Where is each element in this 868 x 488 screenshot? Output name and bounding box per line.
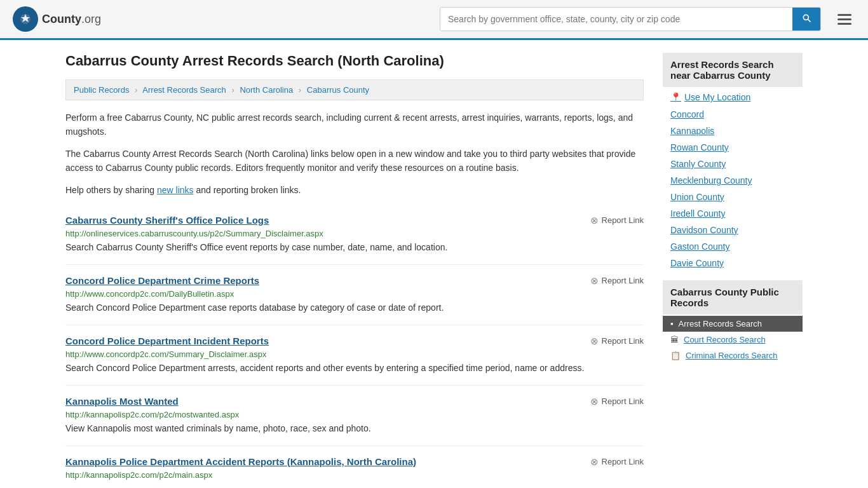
record-url-0: http://onlineservices.cabarruscounty.us/… xyxy=(65,229,644,238)
report-link-label-1: Report Link xyxy=(602,276,644,285)
report-icon-1: ⊗ xyxy=(590,275,599,287)
report-link-button-1[interactable]: ⊗ Report Link xyxy=(590,275,644,287)
main-container: Cabarrus County Arrest Records Search (N… xyxy=(53,40,815,488)
record-card-header-2: Concord Police Department Incident Repor… xyxy=(65,336,644,347)
sidebar-nearby-link-8[interactable]: Gaston County xyxy=(670,241,729,252)
records-list: Cabarrus County Sheriff's Office Police … xyxy=(65,205,644,488)
record-card-header-3: Kannapolis Most Wanted ⊗ Report Link xyxy=(65,396,644,407)
sidebar-nearby-item: Concord xyxy=(663,106,803,123)
sidebar-nearby-item: Kannapolis xyxy=(663,123,803,139)
record-card: Concord Police Department Crime Reports … xyxy=(65,265,644,325)
report-icon-0: ⊗ xyxy=(590,215,599,226)
sidebar-nearby-item: Davidson County xyxy=(663,222,803,238)
report-link-button-2[interactable]: ⊗ Report Link xyxy=(590,336,644,347)
sidebar-nearby-item: Mecklenburg County xyxy=(663,172,803,189)
record-desc-2: Search Concord Police Department arrests… xyxy=(65,362,644,375)
record-url-2: http://www.concordp2c.com/Summary_Discla… xyxy=(65,349,644,359)
breadcrumb: Public Records › Arrest Records Search ›… xyxy=(65,79,644,100)
intro-text-2: The Cabarrus County Arrest Records Searc… xyxy=(65,147,644,175)
sidebar-nearby-item: Iredell County xyxy=(663,205,803,222)
report-icon-2: ⊗ xyxy=(590,336,599,347)
record-card-header-1: Concord Police Department Crime Reports … xyxy=(65,275,644,287)
record-title-4[interactable]: Kannapolis Police Department Accident Re… xyxy=(65,456,416,467)
report-link-label-0: Report Link xyxy=(602,215,644,225)
report-link-label-4: Report Link xyxy=(602,457,644,466)
sidebar-record-link-item: 📋Criminal Records Search xyxy=(663,348,803,363)
new-links-link[interactable]: new links xyxy=(157,185,194,195)
logo-suffix: .org xyxy=(81,13,101,25)
sidebar-nearby-link-7[interactable]: Davidson County xyxy=(670,225,738,235)
sidebar-nearby-link-1[interactable]: Kannapolis xyxy=(670,126,714,136)
record-title-0[interactable]: Cabarrus County Sheriff's Office Police … xyxy=(65,215,269,226)
report-icon-3: ⊗ xyxy=(590,396,599,407)
pin-icon: 📍 xyxy=(670,92,681,102)
record-desc-0: Search Cabarrus County Sheriff's Office … xyxy=(65,241,644,254)
nearby-links-list: ConcordKannapolisRowan CountyStanly Coun… xyxy=(663,106,803,271)
search-input[interactable] xyxy=(440,8,792,30)
sidebar-nearby-link-2[interactable]: Rowan County xyxy=(670,142,729,152)
sidebar-nearby-link-4[interactable]: Mecklenburg County xyxy=(670,175,752,186)
record-card: Kannapolis Police Department Accident Re… xyxy=(65,446,644,488)
sidebar-nearby-item: Union County xyxy=(663,189,803,205)
sidebar-public-records-title: Cabarrus County Public Records xyxy=(663,280,803,315)
public-record-links-list: ▪Arrest Records Search🏛Court Records Sea… xyxy=(663,316,803,363)
report-link-button-0[interactable]: ⊗ Report Link xyxy=(590,215,644,226)
sidebar-record-link-0[interactable]: Arrest Records Search xyxy=(679,319,763,329)
breadcrumb-sep3: › xyxy=(299,85,301,95)
sidebar-nearby-link-6[interactable]: Iredell County xyxy=(670,208,725,219)
report-link-label-2: Report Link xyxy=(602,336,644,346)
sidebar-nearby-item: Gaston County xyxy=(663,238,803,255)
sidebar-nearby-link-0[interactable]: Concord xyxy=(670,109,704,119)
intro-text-3: Help others by sharing new links and rep… xyxy=(65,183,644,197)
use-location-button[interactable]: 📍 Use My Location xyxy=(663,88,803,106)
use-location-label: Use My Location xyxy=(684,92,750,102)
sidebar-record-link-item: ▪Arrest Records Search xyxy=(663,316,803,332)
report-link-button-3[interactable]: ⊗ Report Link xyxy=(590,396,644,407)
record-desc-3: View Kannapolis most wanted criminals by… xyxy=(65,422,644,435)
record-url-4: http://kannapolisp2c.com/p2c/main.aspx xyxy=(65,470,644,480)
record-link-icon-1: 🏛 xyxy=(670,335,679,344)
breadcrumb-cabarrus-county[interactable]: Cabarrus County xyxy=(307,85,369,95)
record-card: Kannapolis Most Wanted ⊗ Report Link htt… xyxy=(65,386,644,446)
sidebar-nearby-link-5[interactable]: Union County xyxy=(670,192,724,202)
record-card: Concord Police Department Incident Repor… xyxy=(65,325,644,386)
report-link-button-4[interactable]: ⊗ Report Link xyxy=(590,456,644,468)
sidebar-nearby-link-3[interactable]: Stanly County xyxy=(670,159,726,169)
record-title-1[interactable]: Concord Police Department Crime Reports xyxy=(65,275,259,286)
record-url-3: http://kannapolisp2c.com/p2c/mostwanted.… xyxy=(65,410,644,419)
sidebar-record-link-2[interactable]: Criminal Records Search xyxy=(686,351,778,360)
sidebar-nearby-item: Davie County xyxy=(663,255,803,271)
breadcrumb-north-carolina[interactable]: North Carolina xyxy=(240,85,293,95)
breadcrumb-sep2: › xyxy=(231,85,234,95)
record-card: Cabarrus County Sheriff's Office Police … xyxy=(65,205,644,265)
breadcrumb-arrest-records[interactable]: Arrest Records Search xyxy=(142,85,226,95)
header: County.org xyxy=(0,0,868,40)
breadcrumb-public-records[interactable]: Public Records xyxy=(74,85,129,95)
record-title-3[interactable]: Kannapolis Most Wanted xyxy=(65,396,179,407)
content-area: Cabarrus County Arrest Records Search (N… xyxy=(65,53,644,488)
logo-icon xyxy=(13,6,38,32)
search-button[interactable] xyxy=(792,8,820,30)
logo-text: County.org xyxy=(42,13,101,26)
search-bar xyxy=(440,7,821,31)
record-title-2[interactable]: Concord Police Department Incident Repor… xyxy=(65,336,269,346)
menu-button[interactable] xyxy=(834,10,855,29)
record-card-header-4: Kannapolis Police Department Accident Re… xyxy=(65,456,644,468)
sidebar-nearby-title: Arrest Records Search near Cabarrus Coun… xyxy=(663,53,803,87)
record-url-1: http://www.concordp2c.com/DailyBulletin.… xyxy=(65,289,644,299)
page-title: Cabarrus County Arrest Records Search (N… xyxy=(65,53,644,69)
record-desc-1: Search Concord Police Department case re… xyxy=(65,301,644,315)
sidebar-nearby-link-9[interactable]: Davie County xyxy=(670,258,724,268)
report-link-label-3: Report Link xyxy=(602,396,644,406)
sidebar-record-link-item: 🏛Court Records Search xyxy=(663,332,803,348)
intro-text-3-suffix: and reporting broken links. xyxy=(194,185,301,195)
report-icon-4: ⊗ xyxy=(590,456,599,468)
sidebar: Arrest Records Search near Cabarrus Coun… xyxy=(663,53,803,488)
record-link-icon-0: ▪ xyxy=(670,319,674,329)
sidebar-nearby-item: Stanly County xyxy=(663,156,803,172)
logo-link[interactable]: County.org xyxy=(13,6,101,32)
intro-text-3-prefix: Help others by sharing xyxy=(65,185,157,195)
sidebar-record-link-1[interactable]: Court Records Search xyxy=(684,335,766,344)
record-card-header-0: Cabarrus County Sheriff's Office Police … xyxy=(65,215,644,226)
sidebar-nearby-item: Rowan County xyxy=(663,139,803,156)
